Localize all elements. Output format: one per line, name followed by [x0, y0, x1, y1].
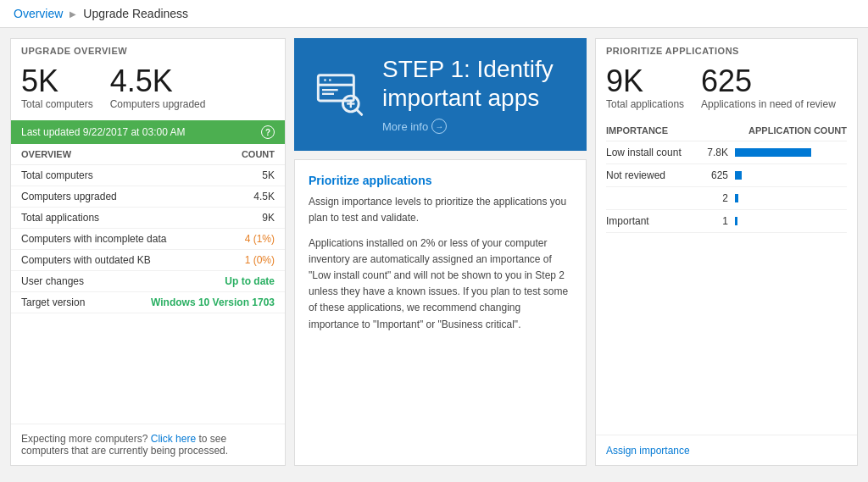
computers-upgraded-label: Computers upgraded — [110, 98, 206, 110]
more-info-circle: → — [431, 119, 447, 134]
apps-review-stat: 625 Applications in need of review — [701, 66, 836, 110]
imp-row: Important1 — [606, 210, 847, 233]
col1-header: OVERVIEW — [21, 149, 71, 159]
imp-count: 7.8K — [698, 147, 728, 158]
overview-table: OVERVIEW COUNT Total computers5KComputer… — [11, 144, 285, 424]
imp-bar-wrap — [735, 194, 847, 202]
detail-card: Prioritize applications Assign importanc… — [294, 159, 587, 466]
total-apps-stat: 9K Total applications — [606, 66, 684, 110]
table-row: Computers with incomplete data4 (1%) — [11, 229, 285, 250]
imp-label: Low install count — [606, 147, 691, 158]
overview-link[interactable]: Overview — [14, 7, 63, 20]
imp-bar-wrap — [735, 148, 847, 157]
table-row: Target versionWindows 10 Version 1703 — [11, 292, 285, 313]
total-apps-value: 9K — [606, 66, 684, 97]
imp-count: 625 — [698, 169, 728, 181]
right-footer: Assign importance — [596, 435, 857, 465]
left-footer: Expecting more computers? Click here to … — [11, 424, 285, 465]
middle-panel: STEP 1: Identify important apps More inf… — [294, 38, 587, 466]
row-value: Up to date — [225, 275, 275, 287]
imp-col2-header: APPLICATION COUNT — [748, 125, 847, 136]
table-row: User changesUp to date — [11, 271, 285, 292]
row-label: Target version — [21, 296, 85, 308]
row-value: 4 (1%) — [245, 233, 275, 245]
total-computers-value: 5K — [21, 66, 93, 97]
step-card: STEP 1: Identify important apps More inf… — [294, 38, 587, 151]
upgrade-overview-label: UPGRADE OVERVIEW — [11, 39, 285, 59]
top-bar: Overview ▶ Upgrade Readiness — [0, 0, 868, 28]
imp-bar — [735, 148, 811, 157]
imp-bar-wrap — [735, 217, 847, 225]
more-info-label: More info — [382, 120, 428, 133]
left-table-body: Total computers5KComputers upgraded4.5KT… — [11, 165, 285, 313]
prioritize-label: PRIORITIZE APPLICATIONS — [596, 39, 857, 59]
imp-count: 1 — [698, 215, 728, 227]
svg-line-7 — [357, 109, 362, 114]
imp-bar — [735, 217, 737, 225]
importance-table: IMPORTANCE APPLICATION COUNT Low install… — [596, 120, 857, 435]
total-computers-label: Total computers — [21, 98, 93, 110]
table-row: Computers with outdated KB1 (0%) — [11, 250, 285, 271]
step-title-line2: important apps — [382, 85, 539, 111]
assign-importance-link[interactable]: Assign importance — [606, 445, 690, 457]
row-value: 5K — [262, 169, 275, 181]
row-label: User changes — [21, 275, 84, 287]
row-label: Total computers — [21, 169, 93, 181]
step-icon — [314, 69, 365, 120]
imp-count: 2 — [698, 192, 728, 204]
detail-title: Prioritize applications — [309, 174, 572, 187]
imp-row: Low install count7.8K — [606, 141, 847, 164]
computers-upgraded-stat: 4.5K Computers upgraded — [110, 66, 206, 110]
row-label: Computers upgraded — [21, 191, 117, 202]
detail-text2: Applications installed on 2% or less of … — [309, 235, 572, 333]
row-value: Windows 10 Version 1703 — [151, 296, 275, 308]
imp-bar — [735, 194, 738, 202]
row-label: Computers with incomplete data — [21, 233, 166, 245]
breadcrumb-separator: ▶ — [70, 9, 76, 19]
total-apps-label: Total applications — [606, 98, 684, 110]
computers-upgraded-value: 4.5K — [110, 66, 206, 97]
table-row: Total applications9K — [11, 208, 285, 229]
imp-bar-wrap — [735, 171, 847, 180]
imp-col1-header: IMPORTANCE — [606, 125, 668, 136]
apps-review-value: 625 — [701, 66, 836, 97]
footer-text: Expecting more computers? — [21, 433, 147, 445]
step-text: STEP 1: Identify important apps More inf… — [382, 55, 554, 134]
apps-review-label: Applications in need of review — [701, 98, 836, 110]
table-header: OVERVIEW COUNT — [11, 144, 285, 165]
page-title: Upgrade Readiness — [83, 7, 188, 20]
left-panel: UPGRADE OVERVIEW 5K Total computers 4.5K… — [10, 38, 286, 466]
detail-text1: Assign importance levels to prioritize t… — [309, 194, 572, 226]
big-stats: 5K Total computers 4.5K Computers upgrad… — [11, 59, 285, 120]
update-bar-text: Last updated 9/22/2017 at 03:00 AM — [21, 126, 186, 138]
row-value: 4.5K — [253, 191, 275, 202]
help-icon[interactable]: ? — [261, 125, 275, 139]
col2-header: COUNT — [242, 149, 275, 159]
table-row: Computers upgraded4.5K — [11, 186, 285, 208]
row-label: Computers with outdated KB — [21, 254, 151, 266]
imp-label: Not reviewed — [606, 169, 691, 181]
step-title: STEP 1: Identify important apps — [382, 55, 554, 112]
right-table-body: Low install count7.8KNot reviewed6252Imp… — [606, 141, 847, 233]
step-title-line1: STEP 1: Identify — [382, 56, 554, 82]
main-content: UPGRADE OVERVIEW 5K Total computers 4.5K… — [0, 28, 868, 476]
total-computers-stat: 5K Total computers — [21, 66, 93, 110]
footer-link[interactable]: Click here — [151, 433, 196, 445]
row-value: 1 (0%) — [245, 254, 275, 266]
row-value: 9K — [262, 212, 275, 224]
right-big-stats: 9K Total applications 625 Applications i… — [596, 59, 857, 120]
imp-header: IMPORTANCE APPLICATION COUNT — [606, 120, 847, 141]
imp-row: Not reviewed625 — [606, 164, 847, 187]
imp-label: Important — [606, 215, 691, 227]
more-info-link[interactable]: More info → — [382, 119, 554, 134]
imp-bar — [735, 171, 742, 180]
imp-row: 2 — [606, 187, 847, 210]
row-label: Total applications — [21, 212, 99, 224]
table-row: Total computers5K — [11, 165, 285, 186]
right-panel: PRIORITIZE APPLICATIONS 9K Total applica… — [595, 38, 858, 466]
update-bar: Last updated 9/22/2017 at 03:00 AM ? — [11, 120, 285, 144]
